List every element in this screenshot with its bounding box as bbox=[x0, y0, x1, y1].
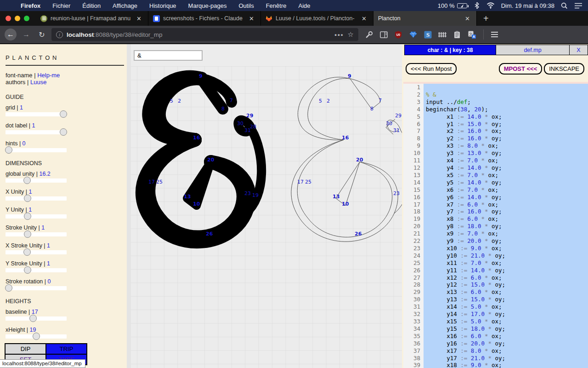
code-line[interactable]: y7 := 16.0 * oy; bbox=[426, 208, 588, 215]
inkscape-button[interactable]: INKSCAPE bbox=[544, 63, 584, 75]
code-line[interactable]: x15 := 5.0 * ox; bbox=[426, 318, 588, 325]
stylus-extension-icon[interactable]: S bbox=[424, 30, 432, 39]
translate-extension-icon[interactable]: 文A bbox=[468, 30, 476, 39]
menu-item-fenêtre[interactable]: Fenêtre bbox=[266, 2, 287, 9]
mpost-button[interactable]: MPOST <<< bbox=[499, 63, 543, 75]
forward-button[interactable]: → bbox=[20, 29, 32, 40]
tab-close-icon[interactable]: ✕ bbox=[247, 14, 256, 23]
code-line[interactable]: x3 := 8.0 * ox; bbox=[426, 142, 588, 150]
code-text[interactable]: % &input ../def;beginchar(38, 20); x1 :=… bbox=[424, 84, 588, 368]
code-line[interactable]: x2 := 16.0 * ox; bbox=[426, 127, 588, 135]
code-line[interactable]: y11 := 14.0 * oy; bbox=[426, 267, 588, 274]
code-line[interactable]: beginchar(38, 20); bbox=[426, 106, 588, 113]
code-line[interactable]: input ../def; bbox=[426, 98, 588, 106]
code-line[interactable]: x14 := 5.0 * ox; bbox=[426, 303, 588, 310]
code-line[interactable]: y15 := 18.0 * oy; bbox=[426, 325, 588, 333]
slider-handle[interactable] bbox=[24, 230, 31, 238]
code-line[interactable]: x7 := 6.0 * ox; bbox=[426, 201, 588, 208]
menu-item-édition[interactable]: Édition bbox=[82, 2, 101, 9]
code-line[interactable]: % & bbox=[426, 91, 588, 98]
site-info-icon[interactable]: i bbox=[56, 31, 63, 38]
slider-handle[interactable] bbox=[29, 315, 37, 322]
tab-close-icon[interactable]: ✕ bbox=[360, 14, 368, 23]
char-input[interactable] bbox=[134, 50, 203, 61]
code-line[interactable]: x16 := 6.0 * ox; bbox=[426, 333, 588, 340]
code-line[interactable]: y1 := 15.0 * oy; bbox=[426, 121, 588, 128]
slider-track[interactable] bbox=[6, 130, 67, 134]
slider-handle[interactable] bbox=[5, 284, 12, 292]
link-help-me[interactable]: Help-me bbox=[37, 72, 60, 79]
page-actions-icon[interactable]: ••• bbox=[334, 31, 344, 38]
fence-extension-icon[interactable] bbox=[438, 30, 447, 39]
code-line[interactable]: x13 := 6.0 * ox; bbox=[426, 288, 588, 296]
browser-tab[interactable]: Luuse / Luuse.tools / Plancton-✕ bbox=[261, 11, 373, 26]
slider-track[interactable] bbox=[6, 232, 67, 236]
code-line[interactable]: y9 := 20.0 * oy; bbox=[426, 237, 588, 245]
bookmark-star-icon[interactable]: ☆ bbox=[348, 30, 354, 39]
window-minimize-button[interactable] bbox=[15, 16, 20, 21]
menubar-clock[interactable]: Dim. 19 mai à 09:38 bbox=[501, 2, 554, 9]
code-line[interactable]: x1 := 14.0 * ox; bbox=[426, 113, 588, 121]
code-line[interactable]: x4 := 7.0 * ox; bbox=[426, 157, 588, 164]
slider-handle[interactable] bbox=[33, 333, 40, 340]
devtools-wrench-icon[interactable] bbox=[365, 30, 373, 39]
slider-handle[interactable] bbox=[5, 146, 12, 154]
slider-track[interactable] bbox=[6, 286, 67, 290]
menu-item-historique[interactable]: Historique bbox=[149, 2, 176, 9]
code-line[interactable]: x10 := 9.0 * ox; bbox=[426, 245, 588, 252]
code-line[interactable]: x12 := 6.0 * ox; bbox=[426, 274, 588, 282]
slider-track[interactable] bbox=[6, 250, 67, 254]
code-line[interactable]: y14 := 17.0 * oy; bbox=[426, 310, 588, 318]
run-mpost-button[interactable]: <<< Run Mpost bbox=[406, 63, 457, 75]
slider-handle[interactable] bbox=[24, 266, 31, 274]
code-line[interactable]: y17 := 21.0 * oy; bbox=[426, 355, 588, 362]
bluetooth-icon[interactable] bbox=[474, 2, 480, 9]
code-line[interactable]: y13 := 15.0 * oy; bbox=[426, 296, 588, 303]
slider-handle[interactable] bbox=[23, 177, 31, 184]
slider-track[interactable] bbox=[6, 178, 67, 183]
slider-handle[interactable] bbox=[60, 128, 67, 136]
slider-track[interactable] bbox=[6, 334, 67, 339]
reload-button[interactable]: ↻ bbox=[36, 29, 48, 40]
back-button[interactable]: ← bbox=[5, 29, 17, 40]
code-line[interactable]: x9 := 7.0 * ox; bbox=[426, 230, 588, 237]
menu-item-fichier[interactable]: Fichier bbox=[52, 2, 70, 9]
link-luuse[interactable]: Luuse bbox=[30, 79, 46, 86]
browser-tab[interactable]: Plancton✕ bbox=[373, 11, 477, 26]
code-line[interactable]: y10 := 21.0 * oy; bbox=[426, 252, 588, 259]
sidebar-scrollbar[interactable] bbox=[127, 44, 131, 368]
menu-item-outils[interactable]: Outils bbox=[238, 2, 254, 9]
slider-track[interactable] bbox=[6, 112, 67, 116]
panel-close-button[interactable]: X bbox=[570, 45, 588, 55]
code-line[interactable]: y4 := 14.0 * oy; bbox=[426, 164, 588, 172]
code-line[interactable]: x5 := 7.0 * ox; bbox=[426, 172, 588, 179]
code-line[interactable]: y5 := 14.0 * oy; bbox=[426, 179, 588, 186]
url-bar[interactable]: i localhost:8088/type/38#editor_mp ••• ☆ bbox=[51, 28, 358, 41]
button-dip[interactable]: DIP bbox=[5, 344, 46, 354]
slider-handle[interactable] bbox=[23, 248, 31, 256]
slider-track[interactable] bbox=[6, 196, 67, 201]
tab-close-icon[interactable]: ✕ bbox=[135, 14, 143, 23]
ublock-origin-icon[interactable]: U0 bbox=[394, 30, 402, 39]
wifi-icon[interactable] bbox=[486, 2, 495, 9]
sidebars-icon[interactable] bbox=[379, 30, 388, 39]
new-tab-button[interactable]: + bbox=[477, 11, 495, 26]
code-line[interactable]: x11 := 7.0 * ox; bbox=[426, 259, 588, 267]
code-line[interactable]: y2 := 16.0 * oy; bbox=[426, 135, 588, 142]
menu-item-firefox[interactable]: Firefox bbox=[21, 2, 40, 9]
window-zoom-button[interactable] bbox=[24, 16, 29, 21]
code-editor[interactable]: 1234567891011121314151617181920212223242… bbox=[403, 82, 588, 368]
clipboard-extension-icon[interactable] bbox=[453, 30, 461, 39]
browser-tab[interactable]: screenshots - Fichiers - Claude✕ bbox=[148, 11, 261, 26]
slider-track[interactable] bbox=[6, 214, 67, 218]
code-line[interactable]: x6 := 7.0 * ox; bbox=[426, 186, 588, 194]
menu-item-aide[interactable]: Aide bbox=[298, 2, 310, 9]
slider-handle[interactable] bbox=[24, 195, 31, 202]
code-line[interactable]: x18 := 9.0 * ox; bbox=[426, 362, 588, 368]
app-menu-hamburger-icon[interactable] bbox=[491, 32, 498, 37]
menu-item-affichage[interactable]: Affichage bbox=[113, 2, 137, 9]
window-close-button[interactable] bbox=[6, 16, 11, 21]
tab-def-mp[interactable]: def.mp bbox=[496, 45, 570, 55]
gem-extension-icon[interactable] bbox=[409, 30, 417, 39]
notification-center-icon[interactable] bbox=[574, 3, 582, 9]
